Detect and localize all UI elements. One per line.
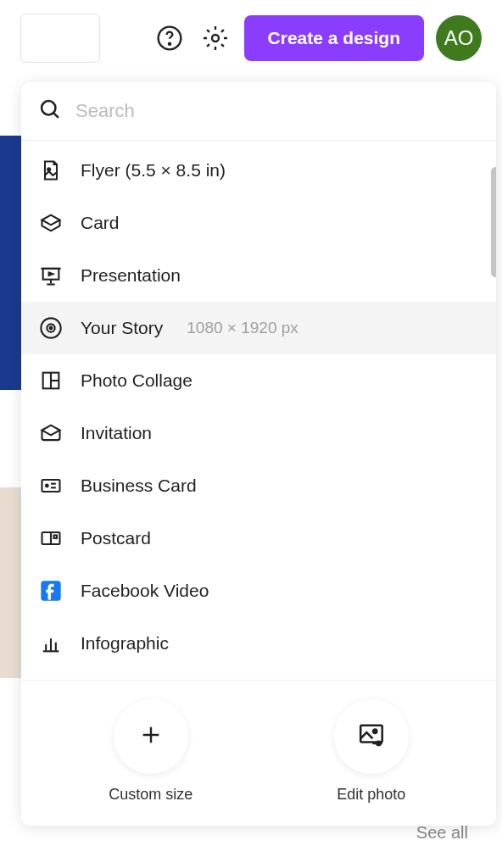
header-input-box[interactable] (20, 14, 100, 63)
edit-photo-button[interactable]: Edit photo (334, 699, 409, 804)
design-type-dropdown: Flyer (5.5 × 8.5 in)CardPresentationYour… (21, 82, 496, 826)
item-label: Card (81, 213, 120, 233)
background-thumbnail (0, 136, 21, 390)
item-label: Photo Collage (81, 370, 192, 391)
item-label: Flyer (5.5 × 8.5 in) (81, 160, 226, 181)
design-type-item[interactable]: Infographic (21, 617, 496, 670)
edit-photo-label: Edit photo (337, 786, 405, 804)
item-label: Infographic (81, 633, 169, 654)
help-icon[interactable] (153, 21, 187, 55)
search-row (21, 82, 496, 141)
svg-point-2 (212, 35, 219, 42)
presentation-icon (38, 263, 64, 288)
plus-icon (137, 721, 165, 752)
infographic-icon (38, 631, 64, 656)
svg-marker-10 (49, 273, 53, 276)
svg-point-3 (42, 101, 55, 114)
story-icon (38, 315, 64, 341)
svg-point-13 (50, 327, 53, 330)
gear-icon[interactable] (198, 21, 232, 55)
bottom-actions: Custom size Edit photo (21, 680, 496, 826)
design-type-item[interactable]: Facebook Video (21, 565, 496, 617)
item-label: Business Card (81, 476, 197, 496)
search-input[interactable] (75, 100, 479, 122)
svg-rect-31 (360, 726, 382, 743)
design-type-item[interactable]: Card (21, 197, 496, 249)
item-label: Postcard (81, 528, 151, 548)
background-thumbnail (0, 487, 21, 678)
card-icon (38, 210, 64, 236)
photo-edit-icon (357, 721, 386, 753)
svg-point-32 (373, 730, 376, 733)
item-dimensions: 1080 × 1920 px (187, 319, 298, 337)
postcard-icon (38, 526, 64, 551)
custom-size-label: Custom size (109, 786, 192, 804)
collage-icon (38, 368, 64, 393)
design-type-item[interactable]: Postcard (21, 512, 496, 565)
see-all-text: See all (416, 823, 468, 843)
flyer-icon (38, 158, 64, 183)
avatar[interactable]: AO (436, 15, 482, 61)
item-label: Invitation (81, 423, 152, 443)
svg-line-4 (53, 113, 59, 118)
create-design-button[interactable]: Create a design (244, 15, 424, 61)
item-label: Facebook Video (81, 581, 209, 601)
svg-point-18 (46, 485, 48, 487)
design-type-item[interactable]: Flyer (5.5 × 8.5 in) (21, 144, 496, 197)
design-type-item[interactable]: Your Story1080 × 1920 px (21, 302, 496, 354)
item-label: Presentation (81, 265, 181, 286)
fbvideo-icon (38, 578, 64, 604)
svg-rect-17 (42, 480, 60, 492)
design-type-item[interactable]: Invitation (21, 407, 496, 459)
design-type-item[interactable]: Presentation (21, 249, 496, 302)
item-label: Your Story (81, 318, 163, 338)
design-type-item[interactable]: Photo Collage (21, 354, 496, 407)
invitation-icon (38, 420, 64, 446)
bizcard-icon (38, 473, 64, 498)
svg-rect-23 (54, 536, 58, 539)
top-header: Create a design AO (0, 0, 502, 76)
search-icon (38, 97, 62, 125)
design-type-item[interactable]: Business Card (21, 459, 496, 512)
custom-size-button[interactable]: Custom size (109, 699, 192, 804)
svg-point-1 (169, 43, 170, 45)
